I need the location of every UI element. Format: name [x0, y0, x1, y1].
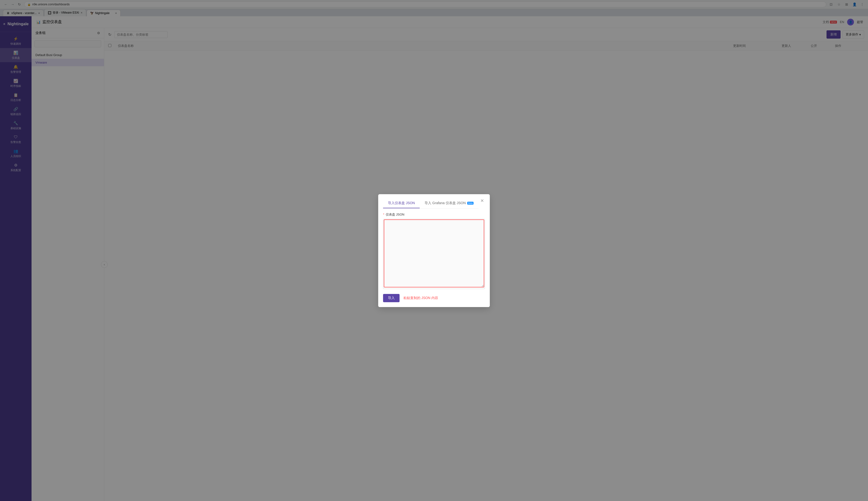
json-textarea[interactable] — [384, 220, 484, 287]
import-button[interactable]: 导入 — [383, 294, 400, 302]
form-label: * 仪表盘 JSON — [383, 212, 485, 217]
modal-tab-import-json-label: 导入仪表盘 JSON — [388, 201, 415, 205]
modal-tabs: 导入仪表盘 JSON 导入 Grafana 仪表盘 JSON Beta — [383, 198, 478, 209]
json-textarea-wrapper — [383, 219, 485, 289]
modal-overlay[interactable]: 导入仪表盘 JSON 导入 Grafana 仪表盘 JSON Beta ✕ * … — [0, 0, 868, 501]
modal-tab-grafana-json[interactable]: 导入 Grafana 仪表盘 JSON Beta — [420, 198, 478, 208]
import-modal: 导入仪表盘 JSON 导入 Grafana 仪表盘 JSON Beta ✕ * … — [378, 194, 490, 307]
beta-badge: Beta — [467, 202, 474, 205]
modal-header: 导入仪表盘 JSON 导入 Grafana 仪表盘 JSON Beta ✕ — [378, 194, 490, 209]
paste-hint: 粘贴复制的 JSON 内容 — [403, 296, 438, 300]
modal-footer: 导入 粘贴复制的 JSON 内容 — [378, 294, 490, 307]
modal-body: * 仪表盘 JSON — [378, 209, 490, 294]
modal-close-button[interactable]: ✕ — [479, 197, 485, 204]
modal-tab-import-json[interactable]: 导入仪表盘 JSON — [383, 198, 420, 208]
json-field-label: 仪表盘 JSON — [386, 213, 404, 216]
modal-tab-grafana-json-label: 导入 Grafana 仪表盘 JSON — [424, 201, 466, 205]
required-mark: * — [383, 213, 384, 216]
